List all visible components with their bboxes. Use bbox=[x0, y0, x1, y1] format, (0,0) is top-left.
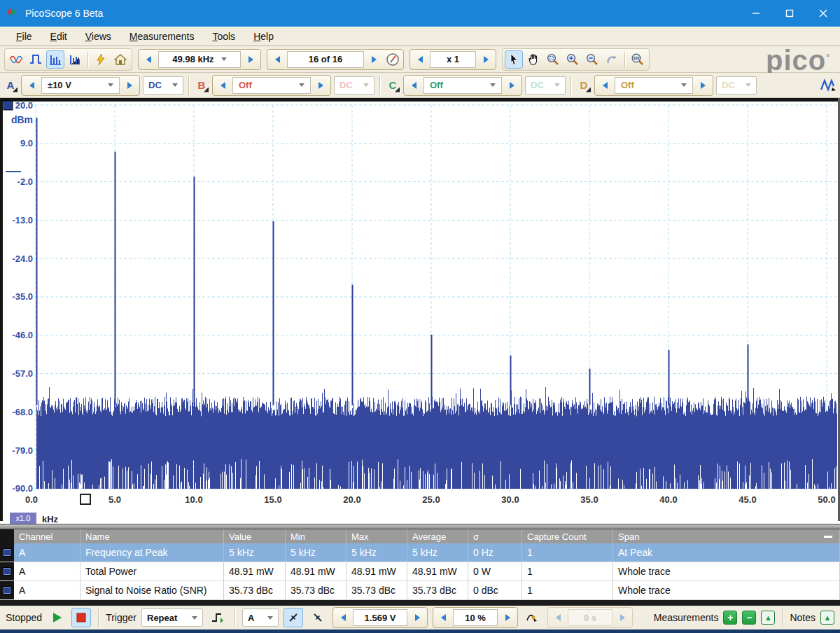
row-indicator[interactable] bbox=[0, 562, 14, 580]
menu-item-views[interactable]: Views bbox=[76, 28, 120, 45]
column-header-span[interactable]: Span bbox=[613, 529, 840, 543]
range-decrease-button[interactable] bbox=[596, 77, 613, 94]
table-row[interactable]: ATotal Power48.91 mW48.91 mW48.91 mW48.9… bbox=[0, 562, 840, 581]
stop-button[interactable] bbox=[71, 608, 91, 627]
range-increase-button[interactable] bbox=[503, 77, 520, 94]
table-cell: 5 kHz bbox=[286, 543, 346, 562]
column-header-min[interactable]: Min bbox=[286, 529, 346, 543]
channel-a-range-field[interactable]: ±10 V bbox=[41, 77, 120, 94]
channel-a-options-button[interactable]: A bbox=[3, 76, 18, 95]
row-indicator[interactable] bbox=[0, 581, 14, 599]
table-row[interactable]: AFrequency at Peak5 kHz5 kHz5 kHz5 kHz0 … bbox=[0, 543, 840, 562]
home-button[interactable] bbox=[111, 50, 130, 69]
channel-a-coupling-dropdown[interactable]: DC bbox=[143, 76, 183, 95]
range-increase-button[interactable] bbox=[312, 77, 329, 94]
pretrigger-spinner: 10 % bbox=[433, 607, 518, 628]
zoom-increase-button[interactable] bbox=[477, 51, 494, 68]
corner-triangle-icon bbox=[395, 88, 400, 92]
pointer-tools-group: 100 bbox=[502, 48, 650, 71]
channel-c-range-field[interactable]: Off bbox=[424, 77, 502, 94]
hand-tool-button[interactable] bbox=[524, 50, 542, 69]
column-header-value[interactable]: Value bbox=[224, 529, 286, 543]
channel-d-coupling-dropdown[interactable]: DC bbox=[716, 76, 757, 95]
channel-c-options-button[interactable]: C bbox=[385, 76, 400, 95]
spectrum-view-button[interactable] bbox=[46, 50, 64, 69]
table-row[interactable]: ASignal to Noise Ratio (SNR)35.73 dBc35.… bbox=[0, 581, 840, 600]
auto-setup-button[interactable] bbox=[92, 50, 110, 69]
rising-edge-button[interactable] bbox=[284, 608, 303, 627]
zoom-full-button[interactable]: 100 bbox=[629, 50, 647, 69]
menu-item-edit[interactable]: Edit bbox=[41, 28, 76, 45]
picoscope-window: PicoScope 6 Beta FileEditViewsMeasuremen… bbox=[0, 0, 840, 633]
menu-item-tools[interactable]: Tools bbox=[203, 28, 244, 45]
trigger-level-field[interactable]: 1.569 V bbox=[353, 609, 407, 626]
scope-view-button[interactable] bbox=[7, 50, 25, 69]
trigger-delay-increase-button[interactable] bbox=[614, 609, 631, 626]
undo-zoom-button[interactable] bbox=[603, 50, 621, 69]
trigger-mode-dropdown[interactable]: Repeat bbox=[141, 608, 203, 627]
menu-item-measurements[interactable]: Measurements bbox=[120, 28, 204, 45]
marquee-zoom-tool-button[interactable] bbox=[544, 50, 562, 69]
channel-d-options-button[interactable]: D bbox=[576, 76, 592, 95]
edit-measurement-button[interactable]: ▲ bbox=[761, 611, 775, 625]
range-decrease-button[interactable] bbox=[23, 77, 40, 94]
maximize-button[interactable] bbox=[773, 0, 806, 27]
falling-edge-button[interactable] bbox=[308, 608, 328, 627]
collapse-table-button[interactable] bbox=[824, 536, 832, 538]
buffer-index-field[interactable]: 16 of 16 bbox=[287, 51, 364, 68]
range-decrease-button[interactable] bbox=[405, 77, 422, 94]
column-header-name[interactable]: Name bbox=[80, 529, 224, 543]
start-button[interactable] bbox=[47, 608, 66, 627]
channel-b-range-field[interactable]: Off bbox=[232, 77, 311, 94]
notes-button[interactable]: ▲ bbox=[820, 611, 834, 625]
add-measurement-button[interactable]: + bbox=[723, 611, 737, 625]
pretrigger-decrease-button[interactable] bbox=[435, 609, 451, 626]
trigger-level-increase-button[interactable] bbox=[409, 609, 426, 626]
range-decrease-button[interactable] bbox=[214, 77, 231, 94]
range-increase-button[interactable] bbox=[121, 77, 138, 94]
zoom-in-tool-button[interactable] bbox=[564, 50, 582, 69]
close-button[interactable] bbox=[806, 0, 840, 27]
range-increase-button[interactable] bbox=[694, 77, 711, 94]
advanced-trigger-button[interactable] bbox=[208, 608, 227, 627]
zoom-out-tool-button[interactable] bbox=[583, 50, 601, 69]
previous-buffer-button[interactable] bbox=[269, 51, 286, 68]
menu-item-help[interactable]: Help bbox=[244, 28, 283, 45]
channel-c-coupling-dropdown[interactable]: DC bbox=[525, 76, 566, 95]
spectrum-range-decrease-button[interactable] bbox=[140, 51, 157, 68]
channel-d-range-field[interactable]: Off bbox=[615, 77, 693, 94]
zoom-factor-field[interactable]: x 1 bbox=[430, 51, 476, 68]
column-header-max[interactable]: Max bbox=[346, 529, 407, 543]
remove-measurement-button[interactable]: − bbox=[742, 611, 756, 625]
persistence-spectrum-button[interactable] bbox=[66, 50, 84, 69]
channel-b-coupling-dropdown[interactable]: DC bbox=[334, 76, 374, 95]
channel-a-axis-handle[interactable] bbox=[4, 101, 13, 110]
menu-item-file[interactable]: File bbox=[7, 28, 41, 45]
column-header-channel[interactable]: Channel bbox=[14, 529, 80, 543]
trigger-delay-decrease-button[interactable] bbox=[550, 609, 566, 626]
next-buffer-button[interactable] bbox=[365, 51, 382, 68]
spectrum-plot[interactable]: 20.09.0-2.0-13.0-24.0-35.0-46.0-57.0-68.… bbox=[0, 98, 840, 524]
channel-b-options-button[interactable]: B bbox=[194, 76, 209, 95]
trigger-level-decrease-button[interactable] bbox=[335, 609, 351, 626]
column-header-capture-count[interactable]: Capture Count bbox=[522, 529, 613, 543]
panel-splitter[interactable] bbox=[0, 524, 840, 529]
zoom-decrease-button[interactable] bbox=[412, 51, 428, 68]
trigger-marker-button[interactable] bbox=[523, 608, 542, 627]
minimize-button[interactable] bbox=[739, 0, 773, 27]
pretrigger-increase-button[interactable] bbox=[499, 609, 516, 626]
svg-text:35.0: 35.0 bbox=[580, 494, 598, 505]
column-header--[interactable]: σ bbox=[468, 529, 522, 543]
pretrigger-field[interactable]: 10 % bbox=[453, 609, 498, 626]
signal-generator-icon[interactable] bbox=[819, 76, 837, 95]
buffer-overview-button[interactable] bbox=[384, 50, 402, 69]
svg-text:45.0: 45.0 bbox=[738, 494, 756, 505]
normal-selection-tool-button[interactable] bbox=[505, 50, 523, 69]
spectrum-range-field[interactable]: 49.98 kHz bbox=[158, 51, 241, 68]
row-indicator[interactable] bbox=[0, 543, 14, 562]
trigger-source-dropdown[interactable]: A bbox=[242, 608, 279, 627]
column-header-average[interactable]: Average bbox=[407, 529, 468, 543]
ruler-handle[interactable] bbox=[80, 494, 90, 504]
spectrum-range-increase-button[interactable] bbox=[242, 51, 259, 68]
persistence-view-button[interactable] bbox=[27, 50, 45, 69]
